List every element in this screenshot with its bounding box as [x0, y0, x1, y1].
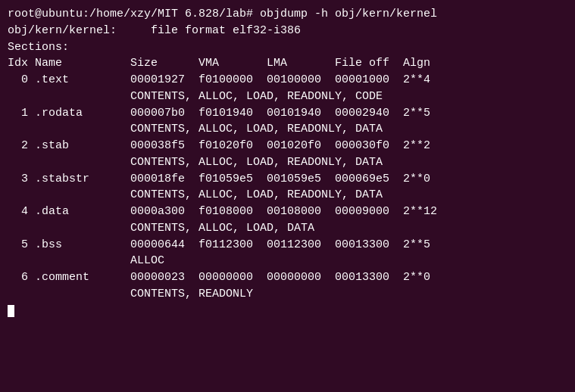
terminal-line-bss-row1: 5 .bss 00000644 f0112300 00112300 000133… — [8, 237, 567, 254]
terminal-line-data-row1: 4 .data 0000a300 f0108000 00108000 00009… — [8, 204, 567, 220]
terminal-line-rodata-row2: CONTENTS, ALLOC, LOAD, READONLY, DATA — [8, 121, 567, 138]
terminal-line-sections-label: Sections: — [8, 39, 567, 56]
terminal-line-bss-row2: ALLOC — [8, 253, 567, 269]
terminal-line-rodata-row1: 1 .rodata 000007b0 f0101940 00101940 000… — [8, 105, 567, 122]
terminal-line-data-row2: CONTENTS, ALLOC, LOAD, DATA — [8, 220, 567, 237]
terminal-line-stabstr-row2: CONTENTS, ALLOC, LOAD, READONLY, DATA — [8, 187, 567, 204]
cursor — [8, 305, 14, 317]
terminal-line-cursor-line — [8, 303, 567, 319]
terminal-line-comment-row2: CONTENTS, READONLY — [8, 286, 567, 303]
terminal-window: root@ubuntu:/home/xzy/MIT 6.828/lab# obj… — [8, 6, 567, 386]
terminal-line-col-headers: Idx Name Size VMA LMA File off Algn — [8, 55, 567, 72]
terminal-line-file-info: obj/kern/kernel: file format elf32-i386 — [8, 23, 567, 39]
terminal-line-comment-row1: 6 .comment 00000023 00000000 00000000 00… — [8, 269, 567, 286]
terminal-line-stab-row2: CONTENTS, ALLOC, LOAD, READONLY, DATA — [8, 154, 567, 171]
terminal-line-stabstr-row1: 3 .stabstr 000018fe f01059e5 001059e5 00… — [8, 171, 567, 188]
terminal-line-cmd-line: root@ubuntu:/home/xzy/MIT 6.828/lab# obj… — [8, 6, 567, 23]
terminal-line-text-row2: CONTENTS, ALLOC, LOAD, READONLY, CODE — [8, 89, 567, 105]
terminal-line-stab-row1: 2 .stab 000038f5 f01020f0 001020f0 00003… — [8, 138, 567, 154]
terminal-line-text-row1: 0 .text 00001927 f0100000 00100000 00001… — [8, 72, 567, 89]
